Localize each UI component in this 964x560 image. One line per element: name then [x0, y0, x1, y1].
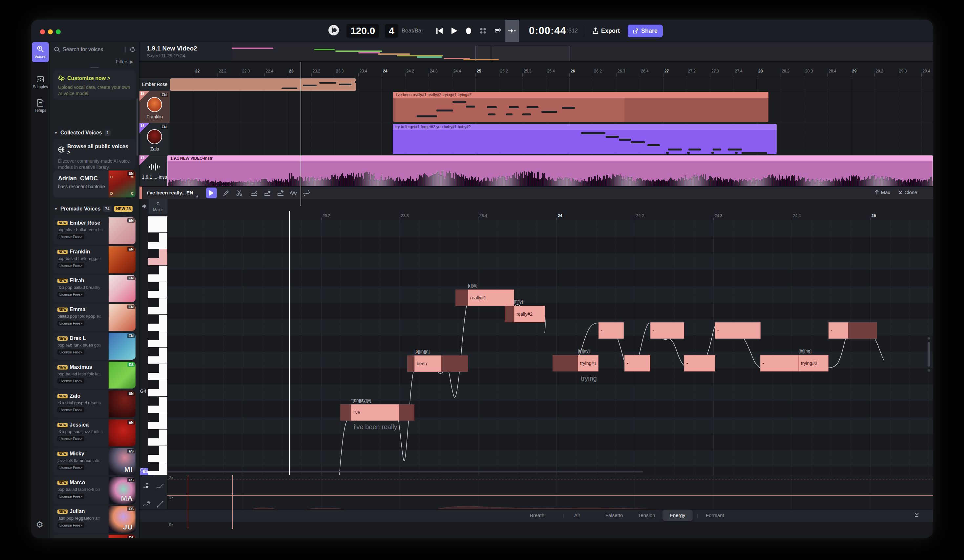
phoneme-label[interactable]: [r][ih] — [468, 283, 477, 288]
sidebar-tab-samples[interactable]: Samples — [32, 72, 49, 93]
voice-card-emma[interactable]: NEWEmmaballad pop folk kpop edLicense Fr… — [54, 304, 135, 331]
piano-roll-hscrollbar[interactable] — [167, 471, 643, 472]
phoneme-label[interactable]: [l][iy] — [514, 299, 523, 304]
piano-black-key[interactable] — [148, 315, 159, 324]
sidebar-tab-voices[interactable]: Voices — [32, 42, 49, 62]
follow-playhead-button[interactable] — [505, 19, 519, 42]
pitch-brush-tool-button[interactable] — [262, 188, 273, 198]
record-button[interactable] — [461, 19, 476, 42]
note-body[interactable]: - — [598, 322, 624, 339]
phoneme-label[interactable]: [b][ih][n] — [414, 349, 430, 354]
note-body[interactable]: - — [650, 322, 684, 339]
metronome-grid-button[interactable] — [476, 19, 490, 42]
pitch-reset-tool-button[interactable] — [301, 188, 312, 198]
piano-black-key[interactable] — [148, 249, 159, 258]
note-body[interactable]: trying#1 — [578, 355, 598, 372]
param-tab-air[interactable]: Air — [574, 513, 580, 518]
beats-per-bar-display[interactable]: 4 — [385, 24, 398, 38]
speaker-icon[interactable] — [142, 204, 147, 210]
piano-black-key[interactable] — [148, 397, 159, 406]
note-body[interactable]: been — [414, 355, 441, 372]
loop-button[interactable] — [490, 19, 505, 42]
share-button[interactable]: Share — [628, 24, 663, 37]
collected-voices-header[interactable]: ▼ Collected Voices 1 — [54, 130, 111, 136]
note-body[interactable]: really#2 — [514, 306, 545, 322]
param-tab-energy[interactable]: Energy — [663, 510, 693, 521]
param-tab-tension[interactable]: Tension — [638, 513, 655, 518]
pitch-pen-tool-button[interactable] — [249, 188, 259, 198]
param-eraser-tool-button[interactable] — [142, 499, 153, 510]
piano-black-key[interactable] — [148, 347, 159, 356]
overview-playhead[interactable] — [491, 46, 491, 61]
project-title[interactable]: 1.9.1 New Video2 — [147, 45, 197, 52]
clip-zalo[interactable]: try to forget#1 forget#2 you baby#1 baby… — [393, 124, 777, 154]
param-scale-tool-button[interactable] — [142, 481, 153, 492]
note-trying-1[interactable]: trying#1 — [552, 355, 598, 372]
piano-black-key[interactable] — [148, 380, 159, 389]
piano-black-key[interactable] — [148, 299, 159, 307]
note-trying-2[interactable]: trying#2 — [799, 355, 829, 372]
zoom-window-button[interactable] — [56, 29, 61, 34]
clip-franklin[interactable]: I've been really#1 really#2 trying#1 try… — [393, 92, 769, 122]
tempo-display[interactable]: 120.0 — [347, 24, 379, 38]
settings-gear-icon[interactable]: ⚙ — [36, 519, 43, 530]
piano-black-key[interactable] — [148, 430, 159, 438]
voice-card-drex-l[interactable]: NEWDrex Lpop r&b funk blues gosLicense F… — [54, 333, 135, 360]
note-melisma[interactable]: - — [624, 355, 650, 372]
note-body[interactable]: - — [684, 355, 715, 372]
license-badge[interactable]: License Free> — [57, 465, 84, 470]
license-badge[interactable]: License Free> — [57, 349, 84, 355]
premade-voices-header[interactable]: ▼ Premade Voices 74 NEW 28 — [54, 206, 133, 212]
vibrato-tool-button[interactable] — [288, 188, 299, 198]
piano-roll-playhead[interactable] — [289, 211, 290, 475]
note-melisma[interactable]: - — [598, 322, 624, 339]
note-body[interactable]: - — [715, 322, 760, 339]
play-button[interactable] — [447, 19, 461, 42]
voice-search-input[interactable]: Search for voices — [50, 44, 140, 55]
voice-card-zalo[interactable]: NEWZalor&b soul gospel resonaLicense Fre… — [54, 391, 135, 417]
overview-viewport[interactable] — [475, 46, 570, 61]
track-header-franklin[interactable]: 15ENFranklin — [140, 91, 170, 123]
piano-black-key[interactable] — [148, 331, 159, 340]
scroll-down-dot[interactable] — [928, 369, 930, 372]
editor-clip-name[interactable]: i've been really... — [147, 190, 186, 195]
note-body[interactable]: really#1 — [468, 289, 514, 306]
filters-button[interactable]: Filters ▶ — [116, 59, 133, 64]
piano-keyboard[interactable] — [148, 221, 167, 475]
note-i-ve[interactable]: i've — [340, 404, 414, 420]
piano-white-key[interactable] — [148, 216, 167, 233]
maximize-editor-button[interactable]: Max — [875, 190, 890, 195]
license-badge[interactable]: License Free> — [57, 378, 84, 384]
license-badge[interactable]: License Free> — [57, 523, 84, 528]
note-melisma[interactable]: - — [829, 322, 877, 339]
voice-card-felix[interactable]: NEWFelixLicense Free>ES — [54, 535, 135, 538]
param-tab-breath[interactable]: Breath — [530, 513, 544, 518]
note-melisma[interactable]: - — [684, 355, 715, 372]
sidebar-tab-temps[interactable]: Temps — [32, 96, 49, 116]
note-body[interactable]: i've — [351, 404, 399, 420]
license-badge[interactable]: License Free> — [57, 234, 84, 239]
collapse-panel-icon[interactable] — [914, 512, 919, 519]
scissors-tool-button[interactable] — [234, 188, 244, 198]
piano-black-key[interactable] — [148, 233, 159, 242]
phoneme-label[interactable]: *[hh][ay][v] — [351, 398, 371, 403]
clip-ember-rose[interactable] — [170, 78, 356, 91]
note-body[interactable]: - — [829, 322, 848, 339]
voice-card-franklin[interactable]: NEWFranklinpop ballad funk reggaeLicense… — [54, 246, 135, 273]
customize-card[interactable]: Customize now > Upload vocal data, creat… — [54, 70, 135, 99]
track-header-zalo[interactable]: 16ENZalo — [140, 123, 170, 155]
refresh-icon[interactable] — [130, 47, 135, 52]
phoneme-label[interactable]: [tr][ay] — [578, 349, 589, 354]
browse-public-voices-card[interactable]: Browse all public voices > Discover comm… — [54, 139, 135, 169]
arrange-ruler[interactable]: 2222.222.322.42323.223.323.42424.224.324… — [170, 62, 933, 78]
close-window-button[interactable] — [40, 29, 45, 34]
editor-language-selector[interactable]: EN — [186, 190, 193, 195]
piano-black-key[interactable] — [148, 462, 159, 471]
pencil-tool-button[interactable] — [220, 188, 231, 198]
voice-card-micky[interactable]: NEWMickyjazz folk flamenco latinLicense … — [54, 448, 135, 475]
param-pen-tool-button[interactable] — [155, 481, 166, 492]
note-body[interactable]: - — [760, 355, 799, 372]
piano-roll-ruler[interactable]: 23.223.323.42424.224.324.42525.225.3 — [167, 211, 933, 221]
piano-black-key[interactable] — [148, 282, 159, 291]
minimize-window-button[interactable] — [48, 29, 53, 34]
